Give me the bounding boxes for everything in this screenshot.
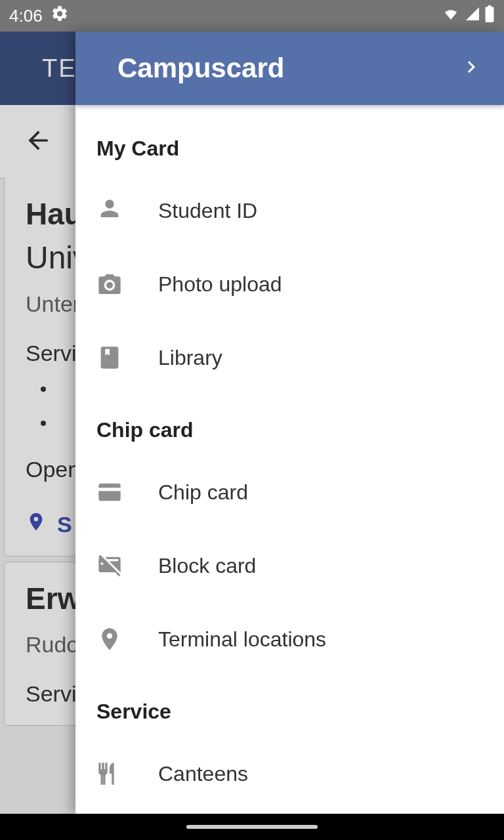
drawer-item-photo-upload[interactable]: Photo upload — [75, 247, 504, 321]
drawer-section-header: Chip card — [75, 394, 504, 455]
drawer-item-label: Photo upload — [158, 272, 282, 297]
nav-pill[interactable] — [186, 825, 318, 829]
bg-link-text: S — [57, 512, 72, 537]
gear-icon — [51, 5, 69, 28]
credit-card-icon — [96, 479, 123, 505]
drawer-item-library[interactable]: Library — [75, 321, 504, 394]
back-icon[interactable] — [24, 126, 52, 158]
drawer-title: Campuscard — [117, 52, 284, 84]
camera-icon — [96, 271, 123, 297]
location-icon — [96, 626, 123, 652]
signal-icon — [465, 6, 480, 26]
battery-icon — [484, 5, 495, 27]
book-icon — [96, 345, 123, 371]
drawer-section-header: My Card — [75, 113, 504, 174]
location-icon — [26, 511, 47, 537]
drawer-item-label: Terminal locations — [158, 627, 326, 652]
card-off-icon — [96, 553, 123, 579]
status-time: 4:06 — [9, 6, 43, 26]
system-navbar — [0, 814, 504, 840]
drawer-item-label: Student ID — [158, 199, 257, 223]
drawer-item-block-card[interactable]: Block card — [75, 529, 504, 602]
drawer-item-label: Block card — [158, 554, 256, 578]
wifi-icon — [441, 6, 461, 26]
drawer-item-label: Chip card — [158, 480, 248, 505]
drawer-section-header: Service — [75, 676, 504, 737]
drawer-item-student-id[interactable]: Student ID — [75, 174, 504, 247]
navigation-drawer: Campuscard My Card Student ID Photo uplo… — [75, 32, 504, 814]
drawer-item-terminal-locations[interactable]: Terminal locations — [75, 602, 504, 676]
drawer-item-canteens[interactable]: Canteens — [75, 737, 504, 810]
chevron-right-icon — [459, 55, 483, 81]
restaurant-icon — [96, 761, 123, 787]
status-bar: 4:06 — [0, 0, 504, 32]
drawer-header[interactable]: Campuscard — [75, 32, 504, 105]
drawer-item-chip-card[interactable]: Chip card — [75, 455, 504, 529]
drawer-item-label: Library — [158, 346, 222, 370]
person-icon — [96, 198, 123, 224]
drawer-item-label: Canteens — [158, 762, 248, 786]
